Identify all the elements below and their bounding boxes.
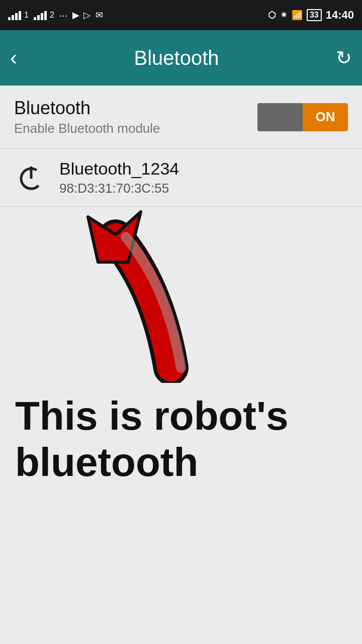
signal-bars-1: [8, 10, 21, 20]
arrow-svg: [0, 207, 362, 383]
content-area: Bluetooth Enable Bluetooth module ON Blu…: [0, 86, 362, 644]
page-title: Bluetooth: [134, 47, 219, 69]
bluetooth-section-sublabel: Enable Bluetooth module: [14, 121, 257, 136]
bluetooth-device-info: Bluetooth_1234 98:D3:31:70:3C:55: [59, 159, 348, 196]
cast-icon: ⬡: [268, 10, 276, 21]
bluetooth-device-mac: 98:D3:31:70:3C:55: [59, 181, 348, 196]
app-bar: ‹ Bluetooth ↻: [0, 30, 362, 86]
play-icon: ▷: [83, 10, 90, 21]
battery-indicator: 33: [307, 9, 322, 21]
bluetooth-toggle-left: Bluetooth Enable Bluetooth module: [14, 98, 257, 136]
mail-icon: ✉: [96, 10, 103, 21]
annotation-text: This is robot's bluetooth: [0, 383, 362, 496]
signal-bars-2: [34, 10, 47, 20]
power-icon: [14, 160, 48, 195]
bluetooth-device-row[interactable]: Bluetooth_1234 98:D3:31:70:3C:55: [0, 149, 362, 207]
wifi-icon: 📶: [292, 10, 303, 21]
dots-icon: ···: [59, 10, 68, 21]
bluetooth-device-name: Bluetooth_1234: [59, 159, 348, 179]
status-left: 1 2 ··· ▶ ▷ ✉: [8, 10, 103, 21]
back-button[interactable]: ‹: [10, 47, 17, 68]
signal-label-2: 2: [50, 11, 54, 20]
video-icon: ▶: [72, 10, 79, 21]
annotation-area: [0, 207, 362, 383]
status-right: ⬡ ✴ 📶 33 14:40: [268, 9, 354, 22]
signal-label-1: 1: [24, 11, 29, 20]
bluetooth-section-label: Bluetooth: [14, 98, 257, 119]
time-display: 14:40: [326, 9, 354, 22]
refresh-button[interactable]: ↻: [336, 47, 352, 69]
bluetooth-toggle-switch[interactable]: ON: [257, 103, 348, 131]
bluetooth-status-icon: ✴: [280, 10, 288, 21]
toggle-off-half: [257, 103, 303, 131]
toggle-on-half: ON: [303, 103, 348, 131]
status-bar: 1 2 ··· ▶ ▷ ✉ ⬡ ✴ 📶 33 14:40: [0, 0, 362, 30]
bluetooth-toggle-row: Bluetooth Enable Bluetooth module ON: [0, 86, 362, 149]
